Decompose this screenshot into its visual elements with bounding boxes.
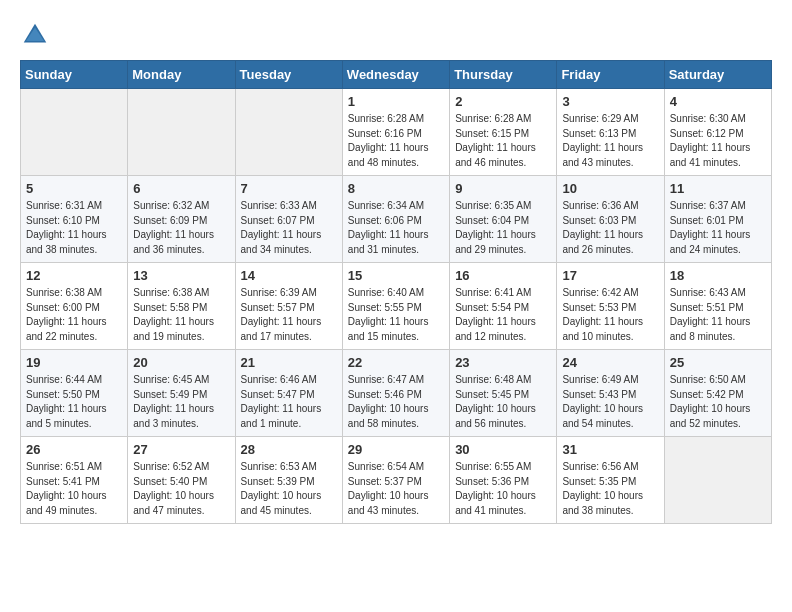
day-info: Sunrise: 6:35 AM Sunset: 6:04 PM Dayligh… bbox=[455, 199, 551, 257]
day-number: 19 bbox=[26, 355, 122, 370]
calendar-cell: 10Sunrise: 6:36 AM Sunset: 6:03 PM Dayli… bbox=[557, 176, 664, 263]
calendar-cell bbox=[664, 437, 771, 524]
day-number: 15 bbox=[348, 268, 444, 283]
day-info: Sunrise: 6:46 AM Sunset: 5:47 PM Dayligh… bbox=[241, 373, 337, 431]
calendar-cell: 14Sunrise: 6:39 AM Sunset: 5:57 PM Dayli… bbox=[235, 263, 342, 350]
logo-icon bbox=[20, 20, 50, 50]
calendar-cell: 22Sunrise: 6:47 AM Sunset: 5:46 PM Dayli… bbox=[342, 350, 449, 437]
weekday-header-saturday: Saturday bbox=[664, 61, 771, 89]
weekday-header-thursday: Thursday bbox=[450, 61, 557, 89]
day-info: Sunrise: 6:36 AM Sunset: 6:03 PM Dayligh… bbox=[562, 199, 658, 257]
day-number: 3 bbox=[562, 94, 658, 109]
calendar-cell: 11Sunrise: 6:37 AM Sunset: 6:01 PM Dayli… bbox=[664, 176, 771, 263]
day-number: 2 bbox=[455, 94, 551, 109]
day-info: Sunrise: 6:31 AM Sunset: 6:10 PM Dayligh… bbox=[26, 199, 122, 257]
day-info: Sunrise: 6:33 AM Sunset: 6:07 PM Dayligh… bbox=[241, 199, 337, 257]
weekday-header-tuesday: Tuesday bbox=[235, 61, 342, 89]
day-number: 7 bbox=[241, 181, 337, 196]
day-number: 14 bbox=[241, 268, 337, 283]
day-info: Sunrise: 6:54 AM Sunset: 5:37 PM Dayligh… bbox=[348, 460, 444, 518]
day-info: Sunrise: 6:37 AM Sunset: 6:01 PM Dayligh… bbox=[670, 199, 766, 257]
calendar-cell: 15Sunrise: 6:40 AM Sunset: 5:55 PM Dayli… bbox=[342, 263, 449, 350]
weekday-header-row: SundayMondayTuesdayWednesdayThursdayFrid… bbox=[21, 61, 772, 89]
calendar-cell: 28Sunrise: 6:53 AM Sunset: 5:39 PM Dayli… bbox=[235, 437, 342, 524]
calendar-cell bbox=[128, 89, 235, 176]
calendar-cell bbox=[21, 89, 128, 176]
day-info: Sunrise: 6:42 AM Sunset: 5:53 PM Dayligh… bbox=[562, 286, 658, 344]
calendar-week-row: 19Sunrise: 6:44 AM Sunset: 5:50 PM Dayli… bbox=[21, 350, 772, 437]
calendar-cell: 1Sunrise: 6:28 AM Sunset: 6:16 PM Daylig… bbox=[342, 89, 449, 176]
day-number: 31 bbox=[562, 442, 658, 457]
calendar-cell bbox=[235, 89, 342, 176]
day-number: 18 bbox=[670, 268, 766, 283]
calendar-cell: 4Sunrise: 6:30 AM Sunset: 6:12 PM Daylig… bbox=[664, 89, 771, 176]
day-info: Sunrise: 6:39 AM Sunset: 5:57 PM Dayligh… bbox=[241, 286, 337, 344]
day-info: Sunrise: 6:45 AM Sunset: 5:49 PM Dayligh… bbox=[133, 373, 229, 431]
page-header bbox=[20, 20, 772, 50]
calendar-cell: 24Sunrise: 6:49 AM Sunset: 5:43 PM Dayli… bbox=[557, 350, 664, 437]
day-number: 22 bbox=[348, 355, 444, 370]
weekday-header-sunday: Sunday bbox=[21, 61, 128, 89]
day-info: Sunrise: 6:53 AM Sunset: 5:39 PM Dayligh… bbox=[241, 460, 337, 518]
day-number: 17 bbox=[562, 268, 658, 283]
day-info: Sunrise: 6:50 AM Sunset: 5:42 PM Dayligh… bbox=[670, 373, 766, 431]
day-info: Sunrise: 6:32 AM Sunset: 6:09 PM Dayligh… bbox=[133, 199, 229, 257]
day-info: Sunrise: 6:29 AM Sunset: 6:13 PM Dayligh… bbox=[562, 112, 658, 170]
day-info: Sunrise: 6:51 AM Sunset: 5:41 PM Dayligh… bbox=[26, 460, 122, 518]
day-number: 12 bbox=[26, 268, 122, 283]
day-info: Sunrise: 6:38 AM Sunset: 6:00 PM Dayligh… bbox=[26, 286, 122, 344]
calendar-cell: 6Sunrise: 6:32 AM Sunset: 6:09 PM Daylig… bbox=[128, 176, 235, 263]
calendar-week-row: 26Sunrise: 6:51 AM Sunset: 5:41 PM Dayli… bbox=[21, 437, 772, 524]
day-number: 10 bbox=[562, 181, 658, 196]
day-number: 11 bbox=[670, 181, 766, 196]
calendar-cell: 17Sunrise: 6:42 AM Sunset: 5:53 PM Dayli… bbox=[557, 263, 664, 350]
day-number: 6 bbox=[133, 181, 229, 196]
day-number: 16 bbox=[455, 268, 551, 283]
calendar-cell: 30Sunrise: 6:55 AM Sunset: 5:36 PM Dayli… bbox=[450, 437, 557, 524]
calendar-cell: 26Sunrise: 6:51 AM Sunset: 5:41 PM Dayli… bbox=[21, 437, 128, 524]
day-number: 29 bbox=[348, 442, 444, 457]
calendar-week-row: 12Sunrise: 6:38 AM Sunset: 6:00 PM Dayli… bbox=[21, 263, 772, 350]
calendar-cell: 3Sunrise: 6:29 AM Sunset: 6:13 PM Daylig… bbox=[557, 89, 664, 176]
day-info: Sunrise: 6:38 AM Sunset: 5:58 PM Dayligh… bbox=[133, 286, 229, 344]
day-info: Sunrise: 6:48 AM Sunset: 5:45 PM Dayligh… bbox=[455, 373, 551, 431]
day-number: 9 bbox=[455, 181, 551, 196]
calendar-week-row: 5Sunrise: 6:31 AM Sunset: 6:10 PM Daylig… bbox=[21, 176, 772, 263]
day-info: Sunrise: 6:34 AM Sunset: 6:06 PM Dayligh… bbox=[348, 199, 444, 257]
day-info: Sunrise: 6:28 AM Sunset: 6:16 PM Dayligh… bbox=[348, 112, 444, 170]
calendar-cell: 7Sunrise: 6:33 AM Sunset: 6:07 PM Daylig… bbox=[235, 176, 342, 263]
calendar-cell: 5Sunrise: 6:31 AM Sunset: 6:10 PM Daylig… bbox=[21, 176, 128, 263]
weekday-header-friday: Friday bbox=[557, 61, 664, 89]
calendar-cell: 9Sunrise: 6:35 AM Sunset: 6:04 PM Daylig… bbox=[450, 176, 557, 263]
calendar-table: SundayMondayTuesdayWednesdayThursdayFrid… bbox=[20, 60, 772, 524]
day-number: 8 bbox=[348, 181, 444, 196]
day-info: Sunrise: 6:40 AM Sunset: 5:55 PM Dayligh… bbox=[348, 286, 444, 344]
day-info: Sunrise: 6:56 AM Sunset: 5:35 PM Dayligh… bbox=[562, 460, 658, 518]
day-number: 5 bbox=[26, 181, 122, 196]
calendar-cell: 23Sunrise: 6:48 AM Sunset: 5:45 PM Dayli… bbox=[450, 350, 557, 437]
calendar-cell: 21Sunrise: 6:46 AM Sunset: 5:47 PM Dayli… bbox=[235, 350, 342, 437]
weekday-header-monday: Monday bbox=[128, 61, 235, 89]
day-info: Sunrise: 6:41 AM Sunset: 5:54 PM Dayligh… bbox=[455, 286, 551, 344]
day-info: Sunrise: 6:30 AM Sunset: 6:12 PM Dayligh… bbox=[670, 112, 766, 170]
calendar-cell: 2Sunrise: 6:28 AM Sunset: 6:15 PM Daylig… bbox=[450, 89, 557, 176]
calendar-cell: 13Sunrise: 6:38 AM Sunset: 5:58 PM Dayli… bbox=[128, 263, 235, 350]
day-info: Sunrise: 6:47 AM Sunset: 5:46 PM Dayligh… bbox=[348, 373, 444, 431]
calendar-cell: 29Sunrise: 6:54 AM Sunset: 5:37 PM Dayli… bbox=[342, 437, 449, 524]
day-info: Sunrise: 6:55 AM Sunset: 5:36 PM Dayligh… bbox=[455, 460, 551, 518]
calendar-cell: 25Sunrise: 6:50 AM Sunset: 5:42 PM Dayli… bbox=[664, 350, 771, 437]
calendar-cell: 18Sunrise: 6:43 AM Sunset: 5:51 PM Dayli… bbox=[664, 263, 771, 350]
day-info: Sunrise: 6:28 AM Sunset: 6:15 PM Dayligh… bbox=[455, 112, 551, 170]
day-info: Sunrise: 6:49 AM Sunset: 5:43 PM Dayligh… bbox=[562, 373, 658, 431]
day-number: 25 bbox=[670, 355, 766, 370]
day-number: 13 bbox=[133, 268, 229, 283]
day-info: Sunrise: 6:44 AM Sunset: 5:50 PM Dayligh… bbox=[26, 373, 122, 431]
day-number: 1 bbox=[348, 94, 444, 109]
calendar-week-row: 1Sunrise: 6:28 AM Sunset: 6:16 PM Daylig… bbox=[21, 89, 772, 176]
day-number: 28 bbox=[241, 442, 337, 457]
calendar-cell: 31Sunrise: 6:56 AM Sunset: 5:35 PM Dayli… bbox=[557, 437, 664, 524]
day-info: Sunrise: 6:43 AM Sunset: 5:51 PM Dayligh… bbox=[670, 286, 766, 344]
calendar-cell: 20Sunrise: 6:45 AM Sunset: 5:49 PM Dayli… bbox=[128, 350, 235, 437]
day-number: 20 bbox=[133, 355, 229, 370]
weekday-header-wednesday: Wednesday bbox=[342, 61, 449, 89]
